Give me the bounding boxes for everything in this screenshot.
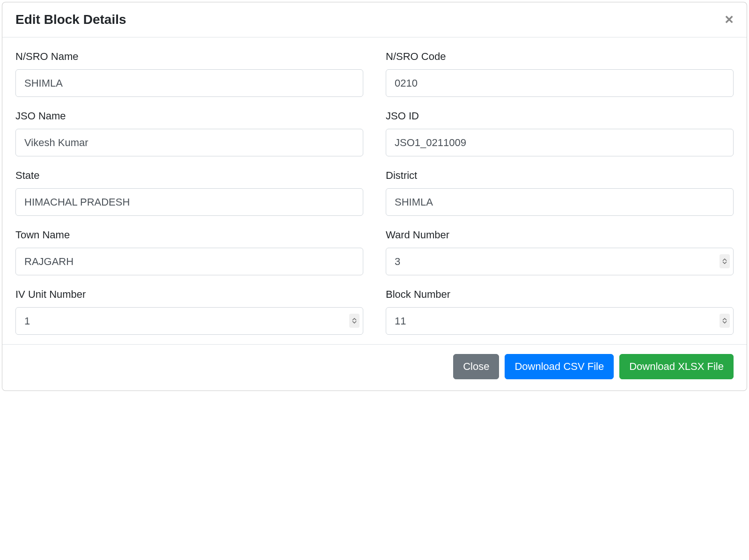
block-number-label: Block Number — [386, 288, 734, 301]
jso-name-input[interactable] — [15, 129, 363, 156]
nsro-code-input[interactable] — [386, 69, 734, 97]
town-name-group: Town Name — [15, 229, 363, 275]
nsro-code-group: N/SRO Code — [386, 51, 734, 97]
jso-id-input[interactable] — [386, 129, 734, 156]
modal-footer: Close Download CSV File Download XLSX Fi… — [2, 344, 747, 391]
jso-name-label: JSO Name — [15, 110, 363, 122]
town-name-input[interactable] — [15, 248, 363, 275]
block-number-stepper[interactable] — [720, 314, 730, 328]
district-input[interactable] — [386, 188, 734, 216]
nsro-name-label: N/SRO Name — [15, 51, 363, 63]
iv-unit-number-input[interactable] — [15, 307, 363, 335]
form-grid: N/SRO Name N/SRO Code JSO Name JSO ID St… — [15, 51, 734, 335]
block-number-group: Block Number — [386, 288, 734, 335]
nsro-name-input[interactable] — [15, 69, 363, 97]
modal-title: Edit Block Details — [15, 12, 126, 28]
chevron-down-icon — [352, 321, 357, 324]
download-xlsx-button[interactable]: Download XLSX File — [619, 354, 734, 380]
download-csv-button[interactable]: Download CSV File — [505, 354, 614, 380]
ward-number-label: Ward Number — [386, 229, 734, 241]
edit-block-details-modal: Edit Block Details × N/SRO Name N/SRO Co… — [2, 2, 747, 391]
chevron-down-icon — [722, 261, 727, 264]
ward-number-group: Ward Number — [386, 229, 734, 275]
close-icon[interactable]: × — [725, 12, 734, 27]
close-button[interactable]: Close — [453, 354, 499, 380]
iv-unit-number-group: IV Unit Number — [15, 288, 363, 335]
state-group: State — [15, 169, 363, 216]
nsro-code-label: N/SRO Code — [386, 51, 734, 63]
iv-unit-number-stepper[interactable] — [349, 314, 360, 328]
block-number-input[interactable] — [386, 307, 734, 335]
jso-id-group: JSO ID — [386, 110, 734, 156]
state-input[interactable] — [15, 188, 363, 216]
district-label: District — [386, 169, 734, 182]
ward-number-input[interactable] — [386, 248, 734, 275]
jso-name-group: JSO Name — [15, 110, 363, 156]
modal-header: Edit Block Details × — [2, 2, 747, 37]
jso-id-label: JSO ID — [386, 110, 734, 122]
ward-number-stepper[interactable] — [720, 254, 730, 268]
town-name-label: Town Name — [15, 229, 363, 241]
modal-body: N/SRO Name N/SRO Code JSO Name JSO ID St… — [2, 37, 747, 344]
state-label: State — [15, 169, 363, 182]
nsro-name-group: N/SRO Name — [15, 51, 363, 97]
iv-unit-number-label: IV Unit Number — [15, 288, 363, 301]
chevron-down-icon — [722, 321, 727, 324]
district-group: District — [386, 169, 734, 216]
